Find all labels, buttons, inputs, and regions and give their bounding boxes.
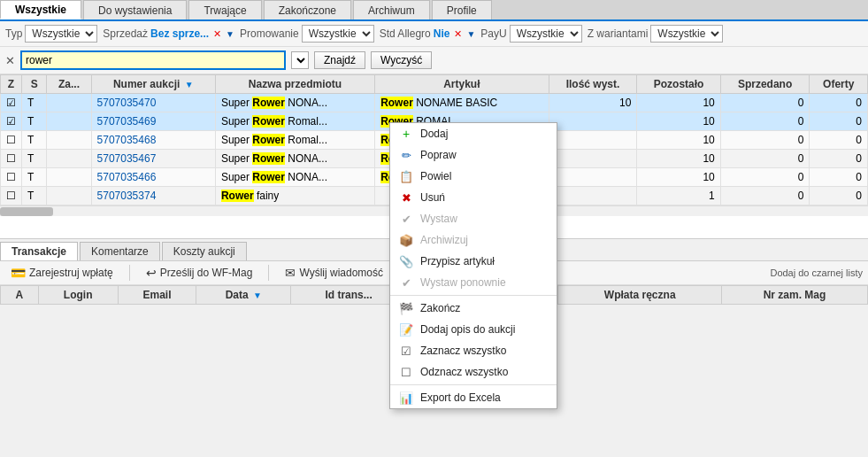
ctx-item-powiel[interactable]: 📋 Powiel [390, 166, 557, 187]
checkbox-cell[interactable]: ☐ [1, 131, 22, 150]
ctx-label: Popraw [420, 149, 457, 161]
ctx-icon-wrapper: ✔ [399, 275, 413, 290]
ctx-item-popraw[interactable]: ✏ Popraw [390, 144, 557, 166]
table-header: Z S Za... Numer aukcji ▼ Nazwa przedmiot… [1, 75, 868, 94]
ctx-icon-wrapper: 📎 [399, 254, 413, 268]
ctx-icon-wrapper: ✖ [399, 190, 413, 205]
search-input[interactable] [20, 50, 286, 70]
ctx-item-dodaj-opis-do-aukcji[interactable]: 📝 Dodaj opis do aukcji [390, 319, 557, 340]
ctx-item-export-do-excela[interactable]: 📊 Export do Excela [390, 387, 557, 408]
nazwa-cell: Super Rower NONA... [215, 168, 374, 187]
find-button[interactable]: Znajdź [314, 51, 365, 69]
sprzedaz-filter: Sprzedaż Bez sprze... ✕ ▼ [103, 27, 234, 40]
std-allegro-clear[interactable]: ✕ [454, 28, 462, 40]
col-numer[interactable]: Numer aukcji ▼ [91, 75, 215, 94]
typ-dropdown[interactable]: Wszystkie [25, 25, 97, 43]
search-type-dropdown[interactable] [291, 51, 309, 69]
payu-label: PayU [480, 27, 506, 40]
search-bar: ✕ Znajdź Wyczyść [0, 47, 868, 74]
numer-cell[interactable]: 5707035470 [91, 94, 215, 112]
tab-koszty-aukcji[interactable]: Koszty aukcji [162, 242, 247, 260]
numer-cell[interactable]: 5707035467 [91, 150, 215, 168]
promowanie-dropdown[interactable]: Wszystkie [302, 25, 374, 43]
main-tabs-bar: Wszystkie Do wystawienia Trwające Zakońc… [0, 0, 868, 21]
za-cell [47, 187, 91, 205]
tab-wszystkie[interactable]: Wszystkie [0, 0, 81, 19]
ctx-item-archiwizuj: 📦 Archiwizuj [390, 229, 557, 251]
pozostalo-cell: 10 [637, 150, 720, 168]
copy-icon: 📋 [399, 170, 413, 183]
pozostalo-cell: 10 [637, 168, 720, 187]
sprzedaz-value: Bez sprze... [150, 27, 209, 40]
scrollbar-thumb[interactable] [0, 207, 53, 216]
s-cell: T [22, 187, 47, 205]
tab-profile[interactable]: Profile [432, 0, 492, 19]
send-wfmag-button[interactable]: ↩ Prześlij do WF-Mag [141, 264, 258, 282]
ctx-icon-wrapper: 📦 [399, 233, 413, 247]
std-allegro-label: Std Allegro [380, 27, 431, 40]
s-cell: T [22, 112, 47, 131]
sprzedano-cell: 0 [720, 168, 810, 187]
ctx-item-zakończ[interactable]: 🏁 Zakończ [390, 298, 557, 319]
std-allegro-arrow[interactable]: ▼ [466, 29, 475, 39]
nazwa-cell: Rower fainy [215, 187, 374, 205]
sprzedaz-clear[interactable]: ✕ [213, 28, 221, 40]
ctx-label: Usuń [420, 191, 445, 204]
delete-icon: ✖ [402, 191, 411, 205]
numer-cell[interactable]: 5707035374 [91, 187, 215, 205]
ilosc-cell [549, 131, 637, 150]
ctx-icon-wrapper: + [399, 127, 413, 141]
register-payment-label: Zarejestruj wpłatę [29, 267, 113, 279]
tab-trwajace[interactable]: Trwające [188, 0, 261, 19]
ctx-item-odznacz-wszystko[interactable]: ☐ Odznacz wszystko [390, 361, 557, 383]
numer-cell[interactable]: 5707035466 [91, 168, 215, 187]
col-sprzedano: Sprzedano [720, 75, 810, 94]
message-icon: ✉ [285, 266, 296, 280]
za-cell [47, 150, 91, 168]
wfmag-icon: ↩ [146, 266, 157, 280]
ctx-item-usuń[interactable]: ✖ Usuń [390, 187, 557, 208]
tab-komentarze[interactable]: Komentarze [80, 242, 160, 260]
sprzedano-cell: 0 [720, 131, 810, 150]
ctx-icon-wrapper: ✏ [399, 148, 413, 162]
promowanie-label: Promowanie [240, 27, 299, 40]
checkbox-cell[interactable]: ☐ [1, 150, 22, 168]
ctx-icon-wrapper: 🏁 [399, 301, 413, 315]
checkbox-cell[interactable]: ☐ [1, 187, 22, 205]
numer-cell[interactable]: 5707035468 [91, 131, 215, 150]
ctx-label: Archiwizuj [420, 234, 468, 246]
ctx-item-dodaj[interactable]: + Dodaj [390, 123, 557, 144]
search-clear-icon[interactable]: ✕ [5, 54, 15, 67]
pozostalo-cell: 1 [637, 187, 720, 205]
tab-do-wystawienia[interactable]: Do wystawienia [83, 0, 187, 19]
edit-icon: ✏ [402, 149, 411, 162]
col-data[interactable]: Data ▼ [196, 286, 291, 305]
tab-zakonczone[interactable]: Zakończone [264, 0, 351, 19]
numer-cell[interactable]: 5707035469 [91, 112, 215, 131]
sprzedaz-arrow[interactable]: ▼ [226, 29, 234, 39]
ctx-item-przypisz-artykuł[interactable]: 📎 Przypisz artykuł [390, 251, 557, 272]
za-cell [47, 94, 91, 112]
z-wariantami-dropdown[interactable]: Wszystkie [650, 25, 723, 43]
payu-dropdown[interactable]: Wszystkie [510, 25, 582, 43]
ctx-item-zaznacz-wszystko[interactable]: ☑ Zaznacz wszystko [390, 340, 557, 361]
checkbox-cell[interactable]: ☑ [1, 94, 22, 112]
col-nazwa[interactable]: Nazwa przedmiotu [215, 75, 374, 94]
za-cell [47, 131, 91, 150]
s-cell: T [22, 150, 47, 168]
checkbox-cell[interactable]: ☐ [1, 168, 22, 187]
clear-button[interactable]: Wyczyść [371, 51, 432, 69]
table-row[interactable]: ☑ T 5707035470 Super Rower NONA... Rower… [1, 94, 868, 112]
oferty-cell: 0 [810, 94, 868, 112]
checkbox-cell[interactable]: ☑ [1, 112, 22, 131]
ilosc-cell [549, 112, 637, 131]
tab-transakcje[interactable]: Transakcje [0, 242, 78, 260]
desc-icon: 📝 [399, 323, 413, 337]
ctx-label: Wystaw [420, 213, 457, 225]
send-message-button[interactable]: ✉ Wyślij wiadomość [280, 264, 388, 282]
assign-icon: 📎 [399, 255, 413, 268]
register-payment-button[interactable]: 💳 Zarejestruj wpłatę [5, 264, 119, 282]
tab-archiwum[interactable]: Archiwum [353, 0, 430, 19]
col-za: Za... [47, 75, 91, 94]
nazwa-cell: Super Rower Romal... [215, 131, 374, 150]
